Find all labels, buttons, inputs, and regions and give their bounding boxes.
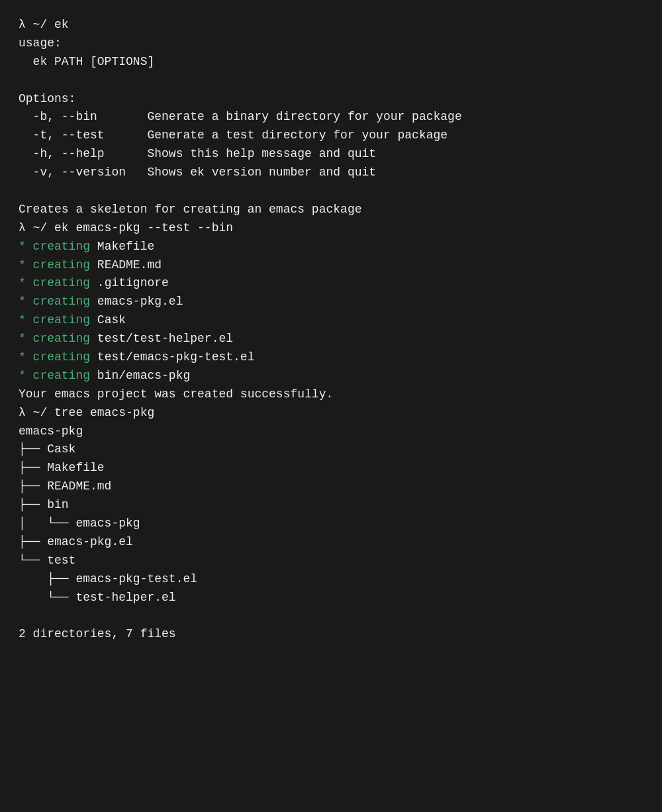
cmd2: λ ~/ ek emacs-pkg --test --bin bbox=[19, 219, 643, 238]
create6: * creating test/test-helper.el bbox=[19, 330, 643, 348]
terminal: λ ~/ ekusage: ek PATH [OPTIONS]Options: … bbox=[19, 16, 643, 644]
opt-test: -t, --test Generate a test directory for… bbox=[19, 127, 643, 145]
opt-version: -v, --version Shows ek version number an… bbox=[19, 164, 643, 182]
creating-label: * creating bbox=[19, 350, 97, 364]
filename-label: Cask bbox=[97, 313, 126, 327]
tree-test: └── test bbox=[19, 552, 643, 570]
opt-help: -h, --help Shows this help message and q… bbox=[19, 145, 643, 164]
filename-label: test/emacs-pkg-test.el bbox=[97, 350, 255, 364]
create1: * creating Makefile bbox=[19, 238, 643, 256]
filename-label: bin/emacs-pkg bbox=[97, 369, 190, 382]
tree-readme: ├── README.md bbox=[19, 478, 643, 496]
create7: * creating test/emacs-pkg-test.el bbox=[19, 348, 643, 367]
filename-label: .gitignore bbox=[97, 276, 169, 289]
success: Your emacs project was created successfu… bbox=[19, 385, 643, 404]
create5: * creating Cask bbox=[19, 311, 643, 330]
blank-line bbox=[19, 72, 643, 90]
tree-makefile: ├── Makefile bbox=[19, 459, 643, 478]
creating-label: * creating bbox=[19, 332, 97, 345]
creating-label: * creating bbox=[19, 295, 97, 308]
usage-label: usage: bbox=[19, 34, 643, 53]
options-label: Options: bbox=[19, 90, 643, 109]
filename-label: test/test-helper.el bbox=[97, 332, 233, 345]
cmd3: λ ~/ tree emacs-pkg bbox=[19, 404, 643, 423]
tree-el: ├── emacs-pkg.el bbox=[19, 533, 643, 552]
blank-line bbox=[19, 182, 643, 201]
creating-label: * creating bbox=[19, 276, 97, 289]
tree-helper: └── test-helper.el bbox=[19, 589, 643, 607]
description: Creates a skeleton for creating an emacs… bbox=[19, 201, 643, 219]
cmd1: λ ~/ ek bbox=[19, 16, 643, 34]
tree-bin-pkg: │ └── emacs-pkg bbox=[19, 515, 643, 533]
tree-bin: ├── bin bbox=[19, 496, 643, 515]
tree-cask: ├── Cask bbox=[19, 440, 643, 459]
creating-label: * creating bbox=[19, 258, 97, 272]
opt-bin: -b, --bin Generate a binary directory fo… bbox=[19, 108, 643, 127]
summary: 2 directories, 7 files bbox=[19, 625, 643, 644]
creating-label: * creating bbox=[19, 369, 97, 382]
filename-label: Makefile bbox=[97, 240, 154, 253]
create2: * creating README.md bbox=[19, 256, 643, 275]
creating-label: * creating bbox=[19, 313, 97, 327]
creating-label: * creating bbox=[19, 240, 97, 253]
blank-line bbox=[19, 607, 643, 626]
tree-root: emacs-pkg bbox=[19, 423, 643, 441]
create4: * creating emacs-pkg.el bbox=[19, 293, 643, 311]
filename-label: README.md bbox=[97, 258, 162, 272]
create8: * creating bin/emacs-pkg bbox=[19, 367, 643, 385]
create3: * creating .gitignore bbox=[19, 274, 643, 293]
tree-test-el: ├── emacs-pkg-test.el bbox=[19, 570, 643, 589]
filename-label: emacs-pkg.el bbox=[97, 295, 183, 308]
usage-cmd: ek PATH [OPTIONS] bbox=[19, 53, 643, 72]
